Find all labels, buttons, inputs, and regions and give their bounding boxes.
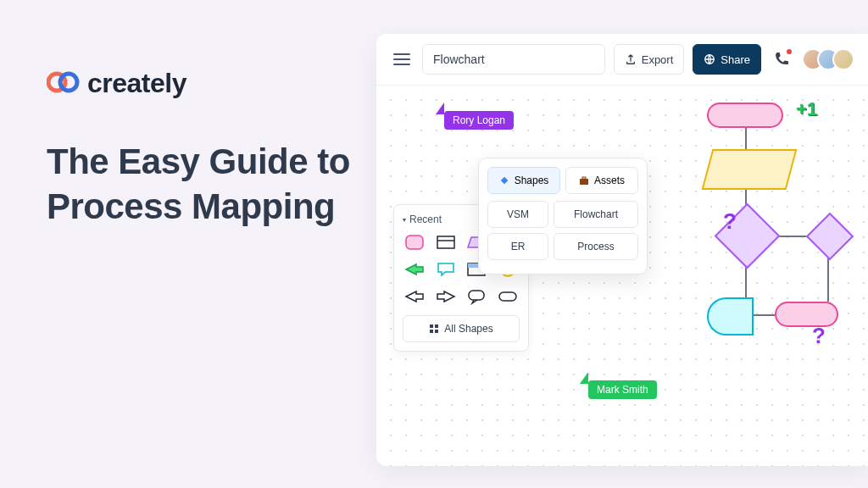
- avatar[interactable]: [832, 48, 854, 70]
- menu-icon[interactable]: [390, 47, 414, 71]
- export-label: Export: [642, 53, 674, 66]
- all-shapes-label: All Shapes: [444, 323, 492, 335]
- shape-chat-icon[interactable]: [465, 286, 488, 307]
- grid-icon: [429, 324, 439, 334]
- svg-rect-3: [406, 236, 423, 249]
- svg-rect-4: [437, 236, 454, 248]
- flowchart-terminator[interactable]: [775, 302, 838, 327]
- flowchart-decision[interactable]: [806, 213, 854, 261]
- connector[interactable]: [745, 128, 747, 152]
- chip-er[interactable]: ER: [487, 233, 548, 260]
- tab-assets-label: Assets: [594, 175, 625, 186]
- shape-arrow-left-icon[interactable]: [403, 259, 426, 280]
- svg-rect-12: [435, 324, 438, 328]
- chip-vsm[interactable]: VSM: [487, 201, 548, 228]
- shape-card-icon[interactable]: [434, 232, 458, 252]
- question-mark-icon: ?: [723, 208, 737, 235]
- svg-rect-13: [430, 330, 433, 333]
- collaborator-avatars[interactable]: [802, 48, 854, 70]
- brand-logo: creately: [47, 68, 352, 99]
- document-title-input[interactable]: [422, 44, 605, 75]
- export-icon: [625, 53, 637, 65]
- svg-rect-17: [582, 177, 586, 179]
- canvas[interactable]: Rory Logan Mark Smith Recent All Shape: [376, 86, 868, 466]
- question-mark-icon: ?: [812, 323, 826, 349]
- shape-pill-icon[interactable]: [496, 286, 520, 307]
- tab-assets[interactable]: Assets: [565, 167, 638, 194]
- diamond-icon: [499, 175, 509, 186]
- svg-rect-14: [435, 330, 438, 333]
- chip-process[interactable]: Process: [554, 233, 638, 260]
- shape-arrow-right-outline-icon[interactable]: [434, 286, 458, 307]
- flowchart-data[interactable]: [702, 149, 798, 190]
- shape-picker-popup: Shapes Assets VSM Flowchart ER Process: [478, 158, 648, 274]
- export-button[interactable]: Export: [614, 44, 685, 75]
- topbar: Export Share: [376, 34, 868, 86]
- app-window: Export Share Rory Logan Mark Smith Recen…: [376, 34, 868, 466]
- briefcase-icon: [579, 175, 589, 186]
- svg-rect-9: [469, 291, 484, 300]
- chip-flowchart[interactable]: Flowchart: [554, 201, 638, 228]
- all-shapes-button[interactable]: All Shapes: [403, 315, 520, 342]
- svg-rect-16: [580, 179, 588, 185]
- connector[interactable]: [751, 314, 775, 316]
- tab-shapes[interactable]: Shapes: [487, 167, 560, 194]
- globe-icon: [704, 53, 715, 65]
- shape-arrow-left-outline-icon[interactable]: [403, 286, 426, 307]
- collaborator-cursor: Rory Logan: [444, 111, 514, 130]
- svg-rect-11: [430, 324, 433, 328]
- share-label: Share: [721, 53, 750, 66]
- tab-shapes-label: Shapes: [515, 175, 549, 186]
- call-icon[interactable]: [773, 51, 790, 68]
- svg-rect-15: [500, 177, 507, 184]
- flowchart-terminator[interactable]: [707, 103, 783, 128]
- brand-name: creately: [87, 68, 186, 99]
- shape-speech-icon[interactable]: [434, 259, 458, 280]
- svg-point-1: [60, 74, 77, 91]
- svg-rect-10: [499, 292, 516, 301]
- logo-mark-icon: [47, 70, 81, 97]
- plus-one-badge: +1: [796, 98, 817, 120]
- collaborator-cursor: Mark Smith: [588, 380, 657, 399]
- share-button[interactable]: Share: [693, 44, 761, 75]
- shape-rounded-rect-icon[interactable]: [403, 232, 426, 252]
- flowchart-display[interactable]: [707, 297, 754, 336]
- page-headline: The Easy Guide to Process Mapping: [47, 140, 352, 229]
